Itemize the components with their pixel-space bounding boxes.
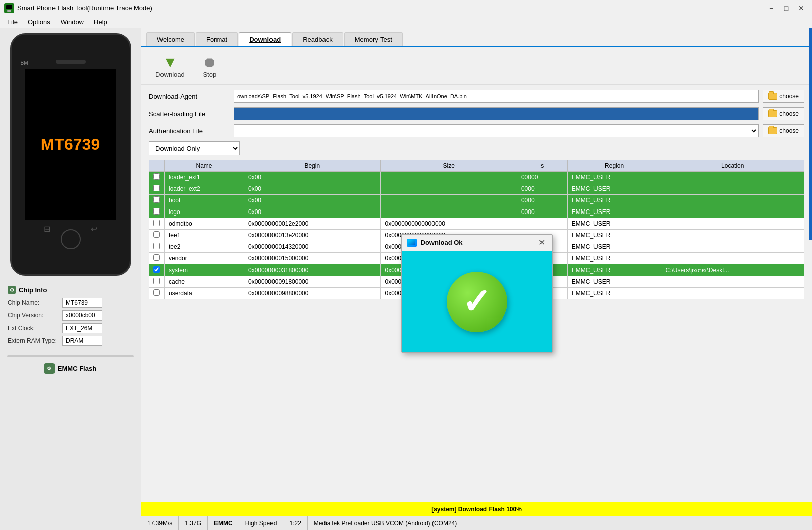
tab-download[interactable]: Download bbox=[239, 32, 291, 46]
emmc-icon: ⚙ bbox=[44, 363, 55, 374]
download-icon: ▼ bbox=[163, 54, 178, 71]
tab-welcome[interactable]: Welcome bbox=[146, 32, 195, 46]
phone-model: MT6739 bbox=[41, 135, 100, 154]
phone-speaker bbox=[56, 60, 86, 64]
menu-window[interactable]: Window bbox=[56, 17, 89, 27]
menu-bar: File Options Window Help bbox=[0, 16, 812, 28]
chip-ram-value: DRAM bbox=[62, 336, 102, 346]
toolbar: ▼ Download ⏺ Stop bbox=[141, 47, 812, 85]
phone-visual: BM MT6739 ⊟ ↩ bbox=[10, 33, 131, 276]
dialog-box: Download Ok ✕ ✓ bbox=[401, 234, 553, 353]
chip-clock-value: EXT_26M bbox=[62, 323, 102, 333]
size-cell: 1.37G bbox=[179, 516, 208, 530]
stop-button[interactable]: ⏺ Stop bbox=[199, 52, 221, 80]
phone-bm-label: BM bbox=[21, 60, 28, 66]
emmc-section: ⚙ EMMC Flash bbox=[37, 359, 104, 378]
chip-info-section: ⚙ Chip Info Chip Name: MT6739 Chip Versi… bbox=[0, 281, 141, 353]
menu-help[interactable]: Help bbox=[89, 17, 113, 27]
stop-icon: ⏺ bbox=[203, 54, 217, 71]
divider bbox=[7, 355, 134, 357]
app-icon bbox=[4, 3, 14, 13]
tab-readback[interactable]: Readback bbox=[292, 32, 343, 46]
connection-cell: High Speed bbox=[239, 516, 284, 530]
right-panel: Welcome Format Download Readback Memory … bbox=[141, 28, 812, 530]
window-controls: − □ ✕ bbox=[765, 3, 808, 14]
close-button[interactable]: ✕ bbox=[795, 3, 808, 14]
dialog-titlebar: Download Ok ✕ bbox=[402, 235, 552, 251]
progress-text: [system] Download Flash 100% bbox=[141, 502, 812, 516]
phone-btn-1: ⊟ bbox=[44, 224, 50, 249]
device-cell: MediaTek PreLoader USB VCOM (Android) (C… bbox=[308, 516, 812, 530]
chip-version-row: Chip Version: x0000cb00 bbox=[8, 310, 133, 321]
svg-rect-1 bbox=[6, 5, 12, 9]
chip-info-header: ⚙ Chip Info bbox=[8, 286, 133, 294]
download-label: Download bbox=[155, 71, 185, 78]
dialog-icon bbox=[407, 239, 417, 247]
chip-version-label: Chip Version: bbox=[8, 312, 58, 319]
app-title: Smart Phone Flash Tool(Runtime Trace Mod… bbox=[17, 4, 765, 12]
stop-label: Stop bbox=[203, 71, 216, 78]
main-container: BM MT6739 ⊟ ↩ ⚙ Chip Info Chip Name: MT6… bbox=[0, 28, 812, 530]
chip-info-icon: ⚙ bbox=[8, 286, 16, 294]
tab-memory-test[interactable]: Memory Test bbox=[344, 32, 403, 46]
chip-name-value: MT6739 bbox=[62, 298, 102, 308]
checkmark-circle: ✓ bbox=[447, 272, 507, 332]
restore-button[interactable]: □ bbox=[780, 3, 793, 14]
chip-ram-label: Extern RAM Type: bbox=[8, 337, 58, 344]
dialog-content: ✓ bbox=[402, 251, 552, 352]
menu-file[interactable]: File bbox=[2, 17, 23, 27]
emmc-label: EMMC Flash bbox=[58, 365, 96, 373]
tab-format[interactable]: Format bbox=[196, 32, 238, 46]
chip-clock-label: Ext Clock: bbox=[8, 325, 58, 332]
speed-cell: 17.39M/s bbox=[141, 516, 179, 530]
chip-ram-row: Extern RAM Type: DRAM bbox=[8, 336, 133, 346]
phone-btn-3: ↩ bbox=[91, 224, 97, 249]
svg-rect-2 bbox=[7, 10, 11, 12]
left-panel: BM MT6739 ⊟ ↩ ⚙ Chip Info Chip Name: MT6… bbox=[0, 28, 141, 530]
minimize-button[interactable]: − bbox=[765, 3, 778, 14]
chip-name-label: Chip Name: bbox=[8, 299, 58, 306]
dialog-overlay: Download Ok ✕ ✓ bbox=[141, 85, 812, 502]
phone-screen: MT6739 bbox=[25, 69, 116, 220]
phone-home-btn bbox=[61, 229, 81, 249]
time-cell: 1:22 bbox=[283, 516, 307, 530]
chip-version-value: x0000cb00 bbox=[62, 310, 102, 321]
chip-clock-row: Ext Clock: EXT_26M bbox=[8, 323, 133, 333]
chip-name-row: Chip Name: MT6739 bbox=[8, 298, 133, 308]
title-bar: Smart Phone Flash Tool(Runtime Trace Mod… bbox=[0, 0, 812, 16]
type-cell: EMMC bbox=[208, 516, 239, 530]
dialog-title: Download Ok bbox=[421, 239, 537, 246]
phone-buttons: ⊟ ↩ bbox=[44, 224, 97, 249]
tabs-bar: Welcome Format Download Readback Memory … bbox=[141, 28, 812, 47]
dialog-close-button[interactable]: ✕ bbox=[537, 238, 547, 248]
chip-info-title: Chip Info bbox=[19, 286, 47, 294]
download-button[interactable]: ▼ Download bbox=[151, 51, 189, 80]
checkmark-icon: ✓ bbox=[462, 284, 492, 320]
svg-rect-3 bbox=[408, 240, 415, 245]
content-area: Download-Agent ownloads\SP_Flash_Tool_v5… bbox=[141, 85, 812, 502]
bottom-info-bar: 17.39M/s 1.37G EMMC High Speed 1:22 Medi… bbox=[141, 516, 812, 530]
status-bar: [system] Download Flash 100% bbox=[141, 502, 812, 516]
menu-options[interactable]: Options bbox=[23, 17, 56, 27]
